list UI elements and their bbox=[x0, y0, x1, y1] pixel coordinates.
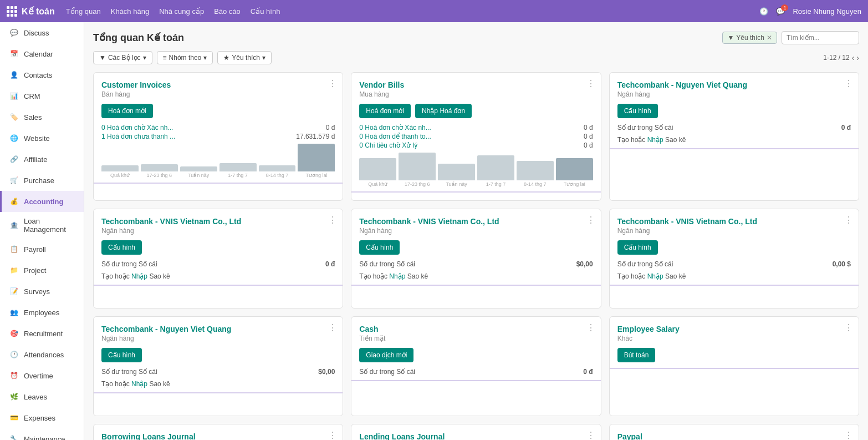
sidebar-item-affiliate[interactable]: 🔗 Affiliate bbox=[0, 149, 84, 170]
sidebar-icon-discuss: 💬 bbox=[8, 27, 19, 38]
sidebar-item-payroll[interactable]: 📋 Payroll bbox=[0, 239, 84, 260]
sidebar-item-attendances[interactable]: 🕐 Attendances bbox=[0, 344, 84, 365]
card-actions-employee-salary: Bút toán bbox=[617, 348, 851, 362]
import-link[interactable]: Nhập bbox=[647, 136, 663, 144]
nav-overview[interactable]: Tổng quan bbox=[66, 7, 101, 16]
card-menu-cash[interactable]: ⋮ bbox=[586, 322, 595, 333]
card-actions-techcombank-nguyen-viet-quang: Cấu hình bbox=[617, 104, 851, 118]
card-menu-customer-invoices[interactable]: ⋮ bbox=[328, 78, 337, 89]
sidebar-item-website[interactable]: 🌐 Website bbox=[0, 128, 84, 149]
group-by-button[interactable]: ≡ Nhóm theo ▾ bbox=[157, 51, 213, 64]
sidebar-icon-overtime: ⏰ bbox=[8, 370, 19, 381]
card-menu-techcombank-vnis-3[interactable]: ⋮ bbox=[844, 215, 853, 225]
card-btn-techcombank-vnis-1[interactable]: Cấu hình bbox=[101, 240, 142, 255]
card-btn-vendor-bills[interactable]: Hoá đơn mới bbox=[359, 104, 411, 118]
chart-bar bbox=[219, 163, 257, 172]
chart-label: Tuần này bbox=[180, 173, 217, 178]
sidebar-item-loan[interactable]: 🏦 Loan Management bbox=[0, 212, 84, 239]
card-menu-techcombank-vnis-2[interactable]: ⋮ bbox=[586, 215, 595, 225]
prev-page-button[interactable]: ‹ bbox=[852, 53, 855, 62]
card-btn-vendor-bills[interactable]: Nhập Hoá đơn bbox=[415, 104, 472, 118]
card-links-techcombank-nguyen-viet-quang: Tạo hoặc Nhập Sao kê bbox=[617, 136, 851, 144]
sidebar-item-leaves[interactable]: 🌿 Leaves bbox=[0, 386, 84, 407]
card-title-lending-loans: Lending Loans Journal bbox=[359, 432, 593, 440]
sidebar-icon-leaves: 🌿 bbox=[8, 391, 19, 402]
filters-button[interactable]: ▼ Các Bộ lọc ▾ bbox=[93, 51, 152, 64]
balance-label: Số dư trong Số cái bbox=[101, 368, 157, 376]
card-menu-lending-loans[interactable]: ⋮ bbox=[586, 430, 595, 440]
balance-label: Số dư trong Số cái bbox=[359, 368, 415, 376]
sidebar-item-crm[interactable]: 📊 CRM bbox=[0, 85, 84, 107]
card-btn-employee-salary[interactable]: Bút toán bbox=[617, 348, 656, 362]
sidebar-item-employees[interactable]: 👥 Employees bbox=[0, 302, 84, 323]
sidebar-icon-website: 🌐 bbox=[8, 133, 19, 144]
balance-value: $0,00 bbox=[318, 368, 335, 376]
import-link[interactable]: Nhập bbox=[131, 272, 147, 280]
card-btn-techcombank-nguyen-viet-quang[interactable]: Cấu hình bbox=[617, 104, 658, 118]
card-menu-techcombank-nguyen-viet-quang-2[interactable]: ⋮ bbox=[328, 322, 337, 333]
sidebar-item-recruitment[interactable]: 🎯 Recruitment bbox=[0, 323, 84, 344]
card-separator bbox=[610, 285, 859, 286]
card-links-techcombank-nguyen-viet-quang-2: Tạo hoặc Nhập Sao kê bbox=[101, 380, 335, 388]
sidebar-label-maintenance: Maintenance bbox=[24, 435, 65, 441]
card-menu-techcombank-nguyen-viet-quang[interactable]: ⋮ bbox=[844, 78, 853, 89]
card-separator bbox=[351, 380, 600, 381]
card-menu-techcombank-vnis-1[interactable]: ⋮ bbox=[328, 215, 337, 225]
nav-reports[interactable]: Báo cáo bbox=[214, 7, 241, 16]
sidebar-label-project: Project bbox=[24, 266, 46, 275]
card-subtitle-techcombank-vnis-1: Ngân hàng bbox=[101, 227, 335, 235]
filter-close[interactable]: ✕ bbox=[767, 34, 772, 42]
card-menu-vendor-bills[interactable]: ⋮ bbox=[586, 78, 595, 89]
card-menu-borrowing-loans[interactable]: ⋮ bbox=[328, 430, 337, 440]
balance-value: 0 đ bbox=[583, 368, 593, 376]
sidebar-item-project[interactable]: 📁 Project bbox=[0, 260, 84, 281]
notification-bell[interactable]: 💬 1 bbox=[776, 7, 785, 16]
sidebar-item-overtime[interactable]: ⏰ Overtime bbox=[0, 365, 84, 386]
balance-label: Số dư trong Số cái bbox=[359, 260, 415, 268]
nav-suppliers[interactable]: Nhà cung cấp bbox=[159, 7, 204, 16]
sidebar-item-calendar[interactable]: 📅 Calendar bbox=[0, 43, 84, 64]
card-btn-customer-invoices[interactable]: Hoá đơn mới bbox=[101, 104, 153, 118]
card-subtitle-employee-salary: Khác bbox=[617, 335, 851, 342]
card-menu-employee-salary[interactable]: ⋮ bbox=[844, 322, 853, 333]
sidebar-item-accounting[interactable]: 💰 Accounting bbox=[0, 191, 84, 212]
card-btn-techcombank-vnis-2[interactable]: Cấu hình bbox=[359, 240, 400, 255]
group-icon: ≡ bbox=[163, 54, 167, 62]
sidebar-label-payroll: Payroll bbox=[24, 245, 46, 254]
sidebar-item-maintenance[interactable]: 🔧 Maintenance bbox=[0, 428, 84, 440]
main-header: Tổng quan Kế toán ▼ Yêu thích ✕ bbox=[93, 31, 859, 44]
nav-customers[interactable]: Khách hàng bbox=[111, 7, 149, 16]
balance-label: Số dư trong Số cái bbox=[617, 260, 673, 268]
import-link[interactable]: Nhập bbox=[647, 272, 663, 280]
filter-label: Yêu thích bbox=[736, 34, 764, 42]
card-btn-cash[interactable]: Giao dịch mới bbox=[359, 348, 413, 362]
clock-icon[interactable]: 🕐 bbox=[759, 7, 768, 16]
sidebar-label-sales: Sales bbox=[24, 113, 42, 122]
next-page-button[interactable]: › bbox=[856, 53, 859, 62]
import-link[interactable]: Nhập bbox=[389, 272, 405, 280]
favorite-filter-tag[interactable]: ▼ Yêu thích ✕ bbox=[722, 32, 777, 44]
sidebar-item-purchase[interactable]: 🛒 Purchase bbox=[0, 170, 84, 191]
user-name[interactable]: Rosie Nhung Nguyen bbox=[793, 7, 861, 16]
sidebar-item-expenses[interactable]: 💳 Expenses bbox=[0, 407, 84, 428]
sidebar-item-contacts[interactable]: 👤 Contacts bbox=[0, 64, 84, 85]
fav-chevron: ▾ bbox=[262, 54, 265, 62]
app-icon[interactable]: Kế toán bbox=[7, 6, 55, 17]
stat-label: 0 Hoá đơn chờ Xác nh... bbox=[101, 124, 173, 132]
card-btn-techcombank-nguyen-viet-quang-2[interactable]: Cấu hình bbox=[101, 348, 142, 362]
sidebar-item-discuss[interactable]: 💬 Discuss bbox=[0, 22, 84, 43]
sidebar-item-sales[interactable]: 🏷️ Sales bbox=[0, 107, 84, 128]
sidebar-icon-loan: 🏦 bbox=[8, 220, 19, 231]
sidebar-item-surveys[interactable]: 📝 Surveys bbox=[0, 281, 84, 302]
favorites-button[interactable]: ★ Yêu thích ▾ bbox=[217, 51, 272, 64]
stat-row: 0 Hoá đơn để thanh to... 0 đ bbox=[359, 133, 593, 140]
chart-label: 8-14 thg 7 bbox=[259, 173, 296, 178]
search-input[interactable] bbox=[782, 31, 859, 44]
chart-label: Quá khứ bbox=[101, 173, 139, 178]
card-menu-paypal[interactable]: ⋮ bbox=[844, 430, 853, 440]
card-btn-techcombank-vnis-3[interactable]: Cấu hình bbox=[617, 240, 658, 255]
nav-config[interactable]: Cấu hình bbox=[251, 7, 280, 16]
card-lending-loans: Lending Loans Journal Bán hàng ⋮ bbox=[351, 424, 601, 440]
import-link[interactable]: Nhập bbox=[131, 380, 147, 388]
stat-value: 0 đ bbox=[584, 141, 593, 149]
